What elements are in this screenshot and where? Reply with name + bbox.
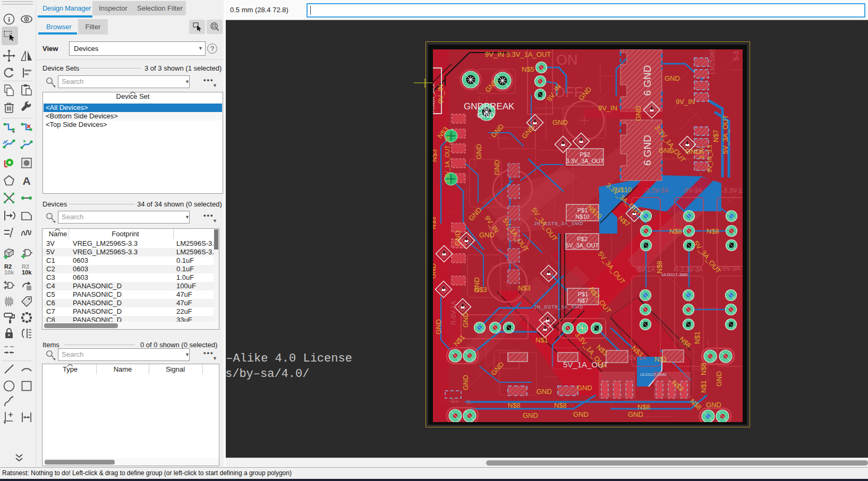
svg-text:5V_3A_OUT: 5V_3A_OUT [566, 242, 599, 248]
svg-text:-3.3V-1A: -3.3V-1A [721, 187, 746, 194]
svg-text:R-: R- [466, 399, 473, 406]
svg-text:GND: GND [462, 375, 470, 390]
svg-text:10k: 10k [4, 269, 14, 276]
svg-text:JN_SST8_3A_SMD: JN_SST8_3A_SMD [534, 304, 584, 310]
svg-text:GND: GND [715, 371, 723, 386]
svg-text:i: i [8, 15, 10, 23]
svg-text:N$7: N$7 [712, 130, 720, 142]
svg-text:N$1: N$1 [535, 336, 548, 344]
svg-text:GND: GND [435, 319, 442, 334]
svg-text:GND: GND [523, 411, 538, 419]
svg-text:GND: GND [685, 148, 701, 156]
svg-text:GND: GND [659, 147, 674, 154]
svg-text:P$2: P$2 [577, 236, 588, 242]
svg-text:N$10: N$10 [615, 186, 632, 194]
svg-text:N$8: N$8 [707, 227, 719, 235]
svg-text:-5V-3A: -5V-3A [683, 187, 702, 194]
svg-text:GND: GND [665, 74, 680, 82]
svg-text:9V_IN_3.3: 9V_IN_3.3 [707, 145, 713, 173]
svg-text:ON: ON [556, 52, 578, 68]
svg-text:N$5: N$5 [522, 65, 534, 73]
svg-text:GND: GND [628, 410, 643, 418]
svg-text:6 GND: 6 GND [642, 65, 653, 96]
svg-text:GND: GND [462, 312, 470, 328]
svg-text:GND: GND [634, 106, 642, 121]
svg-text:GND: GND [477, 110, 495, 119]
svg-text:GND: GND [454, 230, 462, 246]
svg-text:GND: GND [577, 384, 592, 392]
svg-text:-3.3V-3A: -3.3V-3A [644, 187, 669, 194]
svg-text:ULDl117-3MD: ULDl117-3MD [640, 372, 667, 377]
svg-text:N$1: N$1 [693, 331, 701, 344]
svg-text:3.3V_1A_OUT_IN: 3.3V_1A_OUT_IN [444, 136, 450, 183]
svg-text:N$7: N$7 [577, 297, 588, 304]
svg-text:R+: R+ [451, 398, 458, 405]
svg-text:9V_IN 3.3V_1A_OUT: 9V_IN 3.3V_1A_OUT [485, 50, 551, 58]
svg-text:GND: GND [473, 277, 481, 293]
svg-text:10k: 10k [22, 269, 32, 276]
svg-text:N$10: N$10 [575, 213, 589, 220]
svg-text:GND: GND [552, 118, 568, 126]
svg-text:P$1: P$1 [577, 207, 588, 213]
svg-text:6 GND: 6 GND [642, 135, 653, 166]
svg-text:N$8: N$8 [656, 261, 663, 273]
svg-text:GND: GND [537, 388, 552, 396]
svg-text:N$8: N$8 [637, 403, 650, 411]
svg-text:GND: GND [573, 410, 589, 418]
svg-text:9V_IN: 9V_IN [598, 104, 617, 112]
svg-text:9V_IN: 9V_IN [437, 84, 445, 104]
svg-text:GND: GND [479, 231, 495, 239]
svg-text:GND: GND [475, 144, 483, 159]
svg-text:N$8: N$8 [669, 227, 682, 235]
svg-text:A: A [22, 175, 30, 187]
svg-text:N$8: N$8 [554, 401, 567, 409]
svg-text:s/by–sa/4.0/: s/by–sa/4.0/ [226, 367, 309, 381]
svg-text:GND: GND [706, 401, 721, 409]
svg-text:5V_3A_OUT: 5V_3A_OUT [721, 115, 729, 154]
svg-text:e–Alike 4.0 License: e–Alike 4.0 License [226, 352, 352, 365]
svg-text:P$1: P$1 [578, 291, 589, 297]
svg-text:N$1: N$1 [700, 380, 708, 393]
svg-text:3.3V_3A_OUT: 3.3V_3A_OUT [566, 158, 604, 164]
svg-text:N$8: N$8 [700, 363, 708, 375]
svg-text:P$2: P$2 [580, 151, 590, 158]
svg-text:N$1: N$1 [654, 355, 667, 363]
svg-text:GND: GND [493, 160, 501, 175]
svg-text:R-5V-1A: R-5V-1A [450, 301, 457, 325]
svg-text:R-3.3V-3A: R-3.3V-3A [674, 266, 703, 273]
svg-text:-5V-1A: -5V-1A [635, 266, 655, 273]
svg-text:9V_IN: 9V_IN [676, 98, 695, 106]
svg-text:N$8: N$8 [508, 401, 521, 409]
svg-text:N$3: N$3 [518, 284, 531, 292]
